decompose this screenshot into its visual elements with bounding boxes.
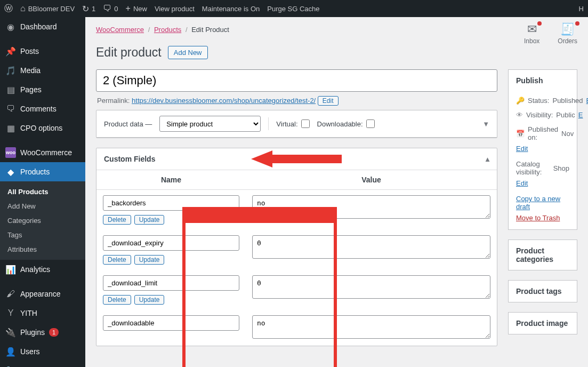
cf-name-input[interactable] [103,315,239,331]
menu-yith[interactable]: YYITH [0,304,85,323]
product-type-select[interactable]: Simple product [159,116,261,132]
content-area: ✉Inbox 🧾Orders WooCommerce / Products / … [85,17,588,367]
maintenance-link[interactable]: Maintenance is On [202,5,260,13]
product-data-label: Product data — [104,120,152,128]
downloadable-label: Downloadable: [317,120,363,128]
view-product-link[interactable]: View product [155,5,195,13]
menu-analytics[interactable]: 📊Analytics [0,260,85,279]
admin-bar: ⓦ ⌂BBloomer DEV ↻1 🗨0 +New View product … [0,0,588,17]
new-content[interactable]: +New [126,4,147,13]
menu-posts[interactable]: 📌Posts [0,42,85,61]
comments-count[interactable]: 🗨0 [103,4,118,13]
pages-icon: ▤ [5,84,16,95]
cf-delete-button[interactable]: Delete [103,215,131,225]
cf-name-input[interactable] [103,235,239,251]
plug-icon: 🔌 [5,327,16,338]
menu-woocommerce[interactable]: wooWooCommerce [0,143,85,162]
permalink-row: Permalink: https://dev.businessbloomer.c… [96,92,497,110]
permalink-url[interactable]: https://dev.businessbloomer.com/shop/unc… [132,97,316,105]
plus-icon: + [126,4,131,13]
submenu-attributes[interactable]: Attributes [0,242,85,257]
cf-update-button[interactable]: Update [134,295,165,305]
product-data-toggle[interactable]: ▼ [482,120,489,128]
catalog-edit-link[interactable]: Edit [516,179,569,187]
page-title-row: Edit product Add New [96,39,577,69]
grid-icon: ▦ [5,123,16,133]
user-icon: 👤 [5,346,16,357]
menu-tools[interactable]: 🔧Tools [0,361,85,367]
pin-icon: 📌 [5,46,16,57]
visibility-edit-link[interactable]: E [578,111,583,119]
comments-icon: 🗨 [5,103,16,114]
publish-title: Publish [509,70,577,91]
plugins-badge: 1 [49,328,59,337]
howdy[interactable]: H [579,5,584,13]
product-data-box: Product data — Simple product Virtual: D… [96,110,497,138]
submenu-tags[interactable]: Tags [0,228,85,242]
add-new-button[interactable]: Add New [168,46,208,59]
move-to-trash-link[interactable]: Move to Trash [516,214,560,222]
menu-pages[interactable]: ▤Pages [0,80,85,99]
products-submenu: All Products Add New Categories Tags Att… [0,181,85,260]
custom-fields-toggle[interactable]: ▴ [486,155,489,163]
copy-draft-link[interactable]: Copy to a new draft [516,195,569,211]
cf-name-input[interactable] [103,275,239,291]
menu-appearance[interactable]: 🖌Appearance [0,284,85,304]
product-title-input[interactable] [96,69,497,92]
cf-delete-button[interactable]: Delete [103,255,131,265]
status-edit-link[interactable]: E [586,97,588,105]
refresh-icon: ↻ [82,4,89,14]
cf-value-input[interactable] [252,275,490,299]
products-icon: ◆ [5,166,16,177]
brush-icon: 🖌 [5,289,16,299]
svg-marker-0 [251,150,342,167]
menu-products[interactable]: ◆Products [0,162,85,181]
menu-plugins[interactable]: 🔌Plugins 1 [0,323,85,342]
crumb-woocommerce[interactable]: WooCommerce [96,26,144,34]
inbox-button[interactable]: ✉Inbox [524,22,539,45]
submenu-categories[interactable]: Categories [0,213,85,228]
site-name[interactable]: ⌂BBloomer DEV [20,4,75,13]
crumb-products[interactable]: Products [154,26,181,34]
menu-cpo[interactable]: ▦CPO options [0,118,85,138]
cf-update-button[interactable]: Update [134,215,165,225]
product-categories-box[interactable]: Product categories [508,240,577,270]
virtual-checkbox[interactable] [301,119,310,128]
page-title: Edit product [96,45,162,60]
submenu-add-new[interactable]: Add New [0,199,85,213]
menu-users[interactable]: 👤Users [0,342,85,361]
publish-box: Publish 🔑Status: Published E 👁Visibility… [508,69,577,230]
submenu-all-products[interactable]: All Products [0,185,85,199]
orders-button[interactable]: 🧾Orders [558,22,577,45]
inbox-icon: ✉ [524,22,539,36]
cf-value-header: Value [246,170,497,190]
home-icon: ⌂ [20,4,26,13]
menu-comments[interactable]: 🗨Comments [0,99,85,118]
cf-value-input[interactable] [252,315,490,339]
product-tags-box[interactable]: Product tags [508,280,577,302]
key-icon: 🔑 [516,97,525,105]
cf-name-input[interactable] [103,195,239,211]
product-image-box[interactable]: Product image [508,312,577,334]
eye-icon: 👁 [516,111,523,119]
wordpress-icon: ⓦ [4,3,13,14]
purge-cache-link[interactable]: Purge SG Cache [267,5,319,13]
downloadable-checkbox[interactable] [366,119,375,128]
cf-update-button[interactable]: Update [134,255,165,265]
cf-delete-button[interactable]: Delete [103,295,131,305]
virtual-label: Virtual: [276,120,297,128]
wp-logo[interactable]: ⓦ [4,3,13,14]
arrow-callout-icon [251,149,342,169]
cf-name-header: Name [96,170,246,190]
published-edit-link[interactable]: Edit [516,145,569,153]
orders-icon: 🧾 [558,22,577,36]
header-icons: ✉Inbox 🧾Orders [524,22,577,45]
revisions[interactable]: ↻1 [82,4,95,14]
analytics-icon: 📊 [5,264,16,275]
permalink-edit-button[interactable]: Edit [318,96,339,106]
dashboard-icon: ◉ [5,21,16,32]
menu-dashboard[interactable]: ◉Dashboard [0,17,85,36]
menu-media[interactable]: 🎵Media [0,61,85,80]
cf-value-input[interactable] [252,195,490,219]
cf-value-input[interactable] [252,235,490,259]
